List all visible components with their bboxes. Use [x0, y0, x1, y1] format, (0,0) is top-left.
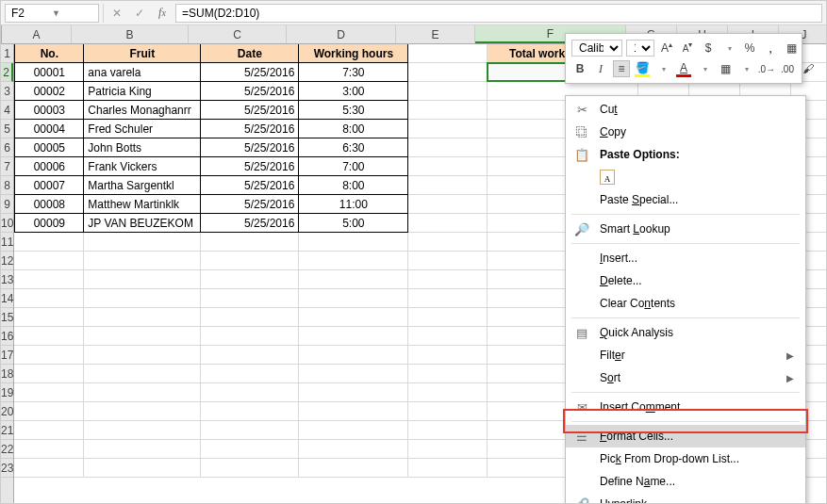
- select-all-corner[interactable]: [1, 25, 2, 43]
- cell-B11[interactable]: [84, 233, 201, 252]
- dropdown-icon[interactable]: ▾: [720, 40, 737, 57]
- cell-C11[interactable]: [201, 233, 299, 252]
- percent-icon[interactable]: %: [741, 40, 758, 57]
- cell-D11[interactable]: [299, 233, 408, 252]
- cell-E19[interactable]: [408, 383, 488, 402]
- cell-A19[interactable]: [14, 383, 84, 402]
- fx-icon[interactable]: fx: [153, 4, 172, 23]
- font-size-select[interactable]: 11: [626, 40, 654, 57]
- italic-button[interactable]: I: [592, 60, 609, 77]
- row-header-4[interactable]: 4: [1, 101, 13, 120]
- data-C5[interactable]: 5/25/2016: [201, 120, 299, 138]
- cell-D17[interactable]: [299, 346, 408, 365]
- data-C7[interactable]: 5/25/2016: [201, 157, 299, 176]
- cell-A17[interactable]: [14, 346, 84, 365]
- cell-D16[interactable]: [299, 327, 408, 346]
- menu-delete[interactable]: Delete...: [566, 269, 805, 292]
- cell-A12[interactable]: [14, 252, 84, 270]
- cell-D12[interactable]: [299, 252, 408, 270]
- menu-paste-default[interactable]: A: [566, 166, 805, 188]
- data-D2[interactable]: 7:30: [299, 63, 408, 82]
- data-D7[interactable]: 7:00: [299, 157, 408, 176]
- header-D[interactable]: Working hours: [299, 44, 408, 63]
- cell-A11[interactable]: [14, 233, 84, 252]
- cell-B17[interactable]: [84, 346, 201, 365]
- cell-D20[interactable]: [299, 402, 408, 421]
- data-C8[interactable]: 5/25/2016: [201, 176, 299, 195]
- cell-B15[interactable]: [84, 308, 201, 327]
- cell-E5[interactable]: [408, 120, 488, 138]
- cell-A13[interactable]: [14, 270, 84, 289]
- cell-D18[interactable]: [299, 365, 408, 383]
- cell-A22[interactable]: [14, 440, 84, 459]
- column-header-D[interactable]: D: [287, 25, 396, 43]
- column-header-A[interactable]: A: [2, 25, 72, 43]
- data-A2[interactable]: 00001: [14, 63, 84, 82]
- data-A6[interactable]: 00005: [14, 138, 84, 157]
- menu-format-cells[interactable]: ☰ Format Cells...: [566, 425, 805, 447]
- menu-copy[interactable]: ⿻ Copy: [566, 121, 805, 143]
- cell-A21[interactable]: [14, 421, 84, 440]
- cell-E10[interactable]: [408, 214, 488, 233]
- cell-C23[interactable]: [201, 459, 299, 478]
- cell-C19[interactable]: [201, 383, 299, 402]
- header-B[interactable]: Fruit: [84, 44, 201, 63]
- cell-C14[interactable]: [201, 289, 299, 308]
- cell-C16[interactable]: [201, 327, 299, 346]
- cell-B14[interactable]: [84, 289, 201, 308]
- row-header-13[interactable]: 13: [1, 270, 13, 289]
- cell-E16[interactable]: [408, 327, 488, 346]
- data-B6[interactable]: John Botts: [84, 138, 201, 157]
- data-B3[interactable]: Patricia King: [84, 82, 201, 101]
- row-header-21[interactable]: 21: [1, 421, 13, 440]
- data-C10[interactable]: 5/25/2016: [201, 214, 299, 233]
- cell-D14[interactable]: [299, 289, 408, 308]
- column-header-C[interactable]: C: [189, 25, 287, 43]
- cell-A18[interactable]: [14, 365, 84, 383]
- cell-E17[interactable]: [408, 346, 488, 365]
- menu-insert-comment[interactable]: ✉ Insert Comment: [566, 396, 805, 418]
- increase-font-icon[interactable]: A▴: [658, 40, 675, 57]
- menu-hyperlink[interactable]: 🔗 Hyperlink...: [566, 493, 805, 504]
- cell-B22[interactable]: [84, 440, 201, 459]
- cell-E18[interactable]: [408, 365, 488, 383]
- row-header-10[interactable]: 10: [1, 214, 13, 233]
- borders-icon[interactable]: ▦: [717, 60, 734, 77]
- enter-icon[interactable]: ✓: [130, 4, 149, 23]
- fill-color-icon[interactable]: 🪣: [634, 60, 651, 77]
- bold-button[interactable]: B: [571, 60, 588, 77]
- row-header-15[interactable]: 15: [1, 308, 13, 327]
- row-header-2[interactable]: 2: [1, 63, 13, 82]
- cell-E1[interactable]: [408, 44, 488, 63]
- data-B5[interactable]: Fred Schuler: [84, 120, 201, 138]
- cell-D15[interactable]: [299, 308, 408, 327]
- cancel-icon[interactable]: ✕: [108, 4, 126, 23]
- cell-E23[interactable]: [408, 459, 488, 478]
- row-header-7[interactable]: 7: [1, 157, 13, 176]
- data-C3[interactable]: 5/25/2016: [201, 82, 299, 101]
- cell-E8[interactable]: [408, 176, 488, 195]
- data-D10[interactable]: 5:00: [299, 214, 408, 233]
- menu-cut[interactable]: ✂ Cut: [566, 98, 805, 121]
- column-header-B[interactable]: B: [72, 25, 189, 43]
- align-center-icon[interactable]: ≡: [613, 60, 630, 77]
- cell-E2[interactable]: [408, 63, 488, 82]
- data-A10[interactable]: 00009: [14, 214, 84, 233]
- cell-E21[interactable]: [408, 421, 488, 440]
- font-color-dd-icon[interactable]: ▾: [696, 60, 713, 77]
- cell-E4[interactable]: [408, 101, 488, 120]
- menu-paste-special[interactable]: Paste Special...: [566, 188, 805, 211]
- row-header-22[interactable]: 22: [1, 440, 13, 459]
- cell-D22[interactable]: [299, 440, 408, 459]
- data-C9[interactable]: 5/25/2016: [201, 195, 299, 214]
- formula-bar[interactable]: =SUM(D2:D10): [175, 4, 822, 23]
- header-C[interactable]: Date: [201, 44, 299, 63]
- cell-E7[interactable]: [408, 157, 488, 176]
- name-box-dropdown-icon[interactable]: ▼: [52, 8, 92, 18]
- cell-C15[interactable]: [201, 308, 299, 327]
- cell-C22[interactable]: [201, 440, 299, 459]
- cell-D19[interactable]: [299, 383, 408, 402]
- comma-icon[interactable]: ,: [762, 40, 779, 57]
- data-B9[interactable]: Matthew Martinklk: [84, 195, 201, 214]
- format-painter-icon[interactable]: 🖌: [800, 60, 817, 77]
